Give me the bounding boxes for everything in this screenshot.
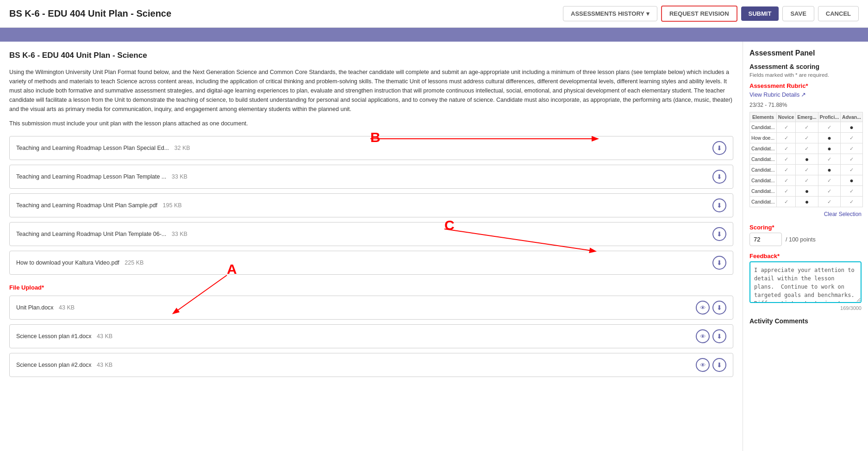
main-layout: BS K-6 - EDU 404 Unit Plan - Science Usi… (0, 42, 868, 451)
rubric-cell[interactable]: ✓ (841, 165, 863, 175)
rubric-element: How doe... (750, 133, 777, 143)
rubric-row[interactable]: Candidat...✓✓✓● (750, 175, 863, 186)
rubric-cell[interactable]: ✓ (818, 175, 840, 186)
uploaded-file-actions: 👁 ⬇ (696, 329, 726, 343)
rubric-element: Candidat... (750, 186, 777, 197)
assessments-history-button[interactable]: ASSESSMENTS HISTORY ▾ (563, 6, 657, 21)
rubric-row[interactable]: Candidat...✓●✓✓ (750, 154, 863, 165)
attachment-item: Teaching and Learning Roadmap Unit Plan … (9, 193, 733, 217)
attachment-filename: Teaching and Learning Roadmap Lesson Pla… (16, 145, 190, 151)
assessment-scoring-title: Assessment & scoring (749, 63, 862, 70)
rubric-cell[interactable]: ✓ (841, 154, 863, 165)
rubric-score: 23/32 - 71.88% (749, 102, 862, 108)
rubric-row[interactable]: Candidat...✓●✓✓ (750, 197, 863, 207)
rubric-cell[interactable]: ✓ (776, 175, 795, 186)
download-button[interactable]: ⬇ (712, 198, 726, 212)
submit-button[interactable]: SUBMIT (741, 6, 779, 21)
page-title: BS K-6 - EDU 404 Unit Plan - Science (9, 8, 171, 19)
download-button[interactable]: ⬇ (712, 170, 726, 184)
request-revision-button[interactable]: REQUEST REVISION (661, 6, 737, 22)
rubric-element: Candidat... (750, 165, 777, 175)
required-note: Fields marked with * are required. (749, 72, 862, 78)
chevron-down-icon: ▾ (646, 10, 649, 17)
rubric-cell[interactable]: ● (818, 133, 840, 143)
rubric-cell[interactable]: ✓ (818, 197, 840, 207)
rubric-cell[interactable]: ✓ (841, 197, 863, 207)
view-file-button[interactable]: 👁 (696, 301, 710, 315)
attachment-filename: Teaching and Learning Roadmap Unit Plan … (16, 231, 187, 237)
view-file-button[interactable]: 👁 (696, 358, 710, 372)
feedback-textarea[interactable] (749, 261, 862, 303)
rubric-cell[interactable]: ✓ (818, 154, 840, 165)
rubric-cell[interactable]: ● (818, 165, 840, 175)
feedback-section: Feedback* 169/3000 (749, 253, 862, 311)
rubric-cell[interactable]: ✓ (776, 186, 795, 197)
rubric-row[interactable]: Candidat...✓✓●✓ (750, 143, 863, 154)
download-file-button[interactable]: ⬇ (712, 358, 726, 372)
rubric-cell[interactable]: ● (796, 186, 818, 197)
rubric-cell[interactable]: ● (796, 197, 818, 207)
rubric-cell[interactable]: ✓ (796, 143, 818, 154)
scoring-label: Scoring* (749, 224, 862, 231)
save-button[interactable]: SAVE (782, 6, 814, 21)
rubric-cell[interactable]: ● (796, 154, 818, 165)
rubric-cell[interactable]: ✓ (818, 122, 840, 133)
attachment-filename: Teaching and Learning Roadmap Unit Plan … (16, 202, 182, 209)
rubric-row[interactable]: Candidat...✓✓✓● (750, 122, 863, 133)
rubric-cell[interactable]: ✓ (796, 133, 818, 143)
view-file-button[interactable]: 👁 (696, 329, 710, 343)
uploaded-filename: Science Lesson plan #2.docx 43 KB (16, 362, 112, 368)
uploaded-filename: Science Lesson plan #1.docx 43 KB (16, 333, 112, 340)
rubric-cell[interactable]: ✓ (796, 165, 818, 175)
uploaded-file-actions: 👁 ⬇ (696, 301, 726, 315)
score-input[interactable] (749, 233, 782, 246)
rubric-cell[interactable]: ✓ (776, 154, 795, 165)
download-file-button[interactable]: ⬇ (712, 301, 726, 315)
rubric-cell[interactable]: ● (818, 143, 840, 154)
content-title: BS K-6 - EDU 404 Unit Plan - Science (9, 51, 733, 60)
rubric-element: Candidat... (750, 122, 777, 133)
rubric-cell[interactable]: ✓ (796, 122, 818, 133)
rubric-cell[interactable]: ✓ (776, 133, 795, 143)
col-elements: Elements (750, 112, 777, 122)
rubric-row[interactable]: How doe...✓✓●✓ (750, 133, 863, 143)
right-panel: Assessment Panel Assessment & scoring Fi… (743, 42, 868, 451)
rubric-cell[interactable]: ✓ (776, 197, 795, 207)
attachments-list: Teaching and Learning Roadmap Lesson Pla… (9, 136, 733, 275)
download-file-button[interactable]: ⬇ (712, 329, 726, 343)
download-button[interactable]: ⬇ (712, 227, 726, 241)
header: BS K-6 - EDU 404 Unit Plan - Science ASS… (0, 0, 868, 28)
rubric-row[interactable]: Candidat...✓●✓✓ (750, 186, 863, 197)
rubric-element: Candidat... (750, 154, 777, 165)
attachment-item: Teaching and Learning Roadmap Lesson Pla… (9, 136, 733, 160)
col-advanced: Advan... (841, 112, 863, 122)
rubric-cell[interactable]: ● (841, 122, 863, 133)
rubric-cell[interactable]: ● (841, 175, 863, 186)
attachment-item: Teaching and Learning Roadmap Unit Plan … (9, 222, 733, 246)
file-upload-section: File Upload* Unit Plan.docx 43 KB 👁 ⬇ Sc… (9, 284, 733, 377)
rubric-cell[interactable]: ✓ (841, 143, 863, 154)
clear-selection-link[interactable]: Clear Selection (749, 211, 862, 217)
rubric-cell[interactable]: ✓ (818, 186, 840, 197)
purple-banner (0, 28, 868, 42)
rubric-cell[interactable]: ✓ (796, 175, 818, 186)
rubric-cell[interactable]: ✓ (841, 133, 863, 143)
view-rubric-link[interactable]: View Rubric Details ↗ (749, 91, 862, 98)
rubric-label: Assessment Rubric* (749, 82, 862, 89)
download-button[interactable]: ⬇ (712, 256, 726, 270)
rubric-row[interactable]: Candidat...✓✓●✓ (750, 165, 863, 175)
file-upload-label: File Upload* (9, 284, 733, 291)
col-emerging: Emerg... (796, 112, 818, 122)
attachment-filename: Teaching and Learning Roadmap Lesson Pla… (16, 173, 187, 180)
cancel-button[interactable]: CANCEL (818, 6, 859, 21)
rubric-cell[interactable]: ✓ (776, 143, 795, 154)
col-novice: Novice (776, 112, 795, 122)
content-description: Using the Wilmington University Unit Pla… (9, 68, 733, 114)
uploaded-file-item: Unit Plan.docx 43 KB 👁 ⬇ (9, 296, 733, 320)
rubric-cell[interactable]: ✓ (776, 122, 795, 133)
rubric-cell[interactable]: ✓ (841, 186, 863, 197)
rubric-cell[interactable]: ✓ (776, 165, 795, 175)
scoring-section: Scoring* / 100 points (749, 224, 862, 246)
submission-note: This submission must include your unit p… (9, 120, 733, 127)
download-button[interactable]: ⬇ (712, 141, 726, 155)
